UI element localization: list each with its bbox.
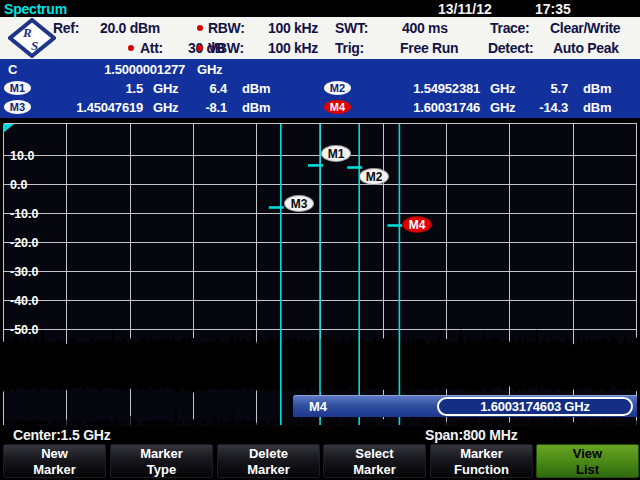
softkey-select-marker[interactable]: SelectMarker	[323, 444, 426, 478]
min-peak-tick	[529, 422, 531, 425]
softkey-bar: NewMarker MarkerType DeleteMarker Select…	[0, 443, 640, 480]
min-peak-tick	[291, 420, 293, 426]
min-peak-tick	[391, 423, 393, 425]
min-peak-tick	[103, 421, 105, 425]
m1-freq-unit: GHz	[153, 81, 178, 96]
min-peak-tick	[465, 423, 467, 425]
min-peak-tick	[131, 419, 133, 425]
min-peak-tick	[273, 419, 275, 425]
min-peak-tick	[619, 423, 621, 425]
softkey-marker-type[interactable]: MarkerType	[110, 444, 213, 478]
min-peak-tick	[141, 423, 143, 425]
min-peak-tick	[603, 416, 605, 425]
m1-freq: 1.5	[36, 81, 143, 96]
trig-value: Free Run	[400, 40, 458, 56]
min-peak-tick	[159, 421, 161, 425]
min-peak-tick	[625, 422, 627, 425]
min-peak-tick	[93, 422, 95, 425]
min-peak-tick	[195, 420, 197, 425]
min-peak-tick	[227, 422, 229, 425]
softkey-delete-marker[interactable]: DeleteMarker	[217, 444, 320, 478]
min-peak-tick	[201, 421, 203, 425]
min-peak-tick	[577, 420, 579, 425]
plot-marker-badge-m1[interactable]: M1	[321, 145, 351, 162]
min-peak-tick	[239, 420, 241, 425]
m3-level: -8.1	[180, 100, 227, 115]
min-peak-tick	[151, 421, 153, 425]
red-dot-icon	[128, 45, 134, 51]
min-peak-tick	[97, 419, 99, 425]
min-peak-tick	[621, 422, 623, 425]
min-peak-tick	[299, 422, 301, 425]
m4-freq: 1.60031746	[372, 100, 480, 115]
min-peak-tick	[39, 420, 41, 425]
min-peak-tick	[559, 419, 561, 425]
min-peak-tick	[341, 422, 343, 425]
min-peak-tick	[179, 421, 181, 425]
min-peak-tick	[419, 421, 421, 425]
min-peak-tick	[169, 422, 171, 426]
min-peak-tick	[261, 421, 263, 425]
min-peak-tick	[91, 420, 93, 425]
min-peak-tick	[609, 420, 611, 425]
min-peak-tick	[255, 423, 257, 425]
min-peak-tick	[363, 419, 365, 425]
min-peak-tick	[119, 420, 121, 426]
trace-canvas: 10.00.0-10.0-20.0-30.0-40.0-50.0	[3, 123, 637, 426]
plot-marker-badge-m4[interactable]: M4	[402, 216, 432, 233]
min-peak-tick	[491, 423, 493, 425]
ref-value: 20.0 dBm	[100, 20, 160, 36]
min-peak-tick	[205, 421, 207, 425]
min-peak-tick	[355, 419, 357, 425]
min-peak-tick	[517, 421, 519, 425]
min-peak-tick	[209, 423, 211, 425]
min-peak-tick	[373, 421, 375, 425]
min-peak-tick	[181, 423, 183, 426]
time-label: 17:35	[535, 1, 571, 17]
min-peak-tick	[557, 423, 559, 425]
min-peak-tick	[75, 423, 77, 425]
min-peak-tick	[149, 421, 151, 425]
plot-marker-badge-m2[interactable]: M2	[359, 168, 389, 185]
min-peak-tick	[107, 420, 109, 425]
min-peak-tick	[51, 423, 53, 425]
min-peak-tick	[505, 420, 507, 425]
ref-level-triangle-icon	[3, 124, 14, 133]
min-peak-tick	[133, 421, 135, 425]
min-peak-tick	[101, 422, 103, 425]
softkey-view-list[interactable]: ViewList	[536, 444, 639, 478]
min-peak-tick	[349, 422, 351, 425]
min-peak-tick	[579, 421, 581, 425]
marker-frequency-field[interactable]: 1.6003174603 GHz	[437, 397, 633, 416]
min-peak-tick	[9, 422, 11, 426]
min-peak-tick	[473, 420, 475, 425]
min-peak-tick	[285, 420, 287, 425]
min-peak-tick	[405, 420, 407, 426]
marker-readout-panel: C 1.5000001277 GHz M1 1.5 GHz 6.4 dBm M2…	[0, 59, 640, 118]
m3-freq-unit: GHz	[153, 100, 178, 115]
y-axis-tick-label: -50.0	[10, 323, 39, 337]
min-peak-tick	[251, 420, 253, 425]
m2-level: 5.7	[520, 81, 568, 96]
m4-level: -14.3	[520, 100, 568, 115]
min-peak-tick	[343, 422, 345, 425]
min-peak-tick	[375, 423, 377, 425]
plot-marker-badge-m3[interactable]: M3	[284, 195, 314, 212]
softkey-new-marker[interactable]: NewMarker	[3, 444, 106, 478]
min-peak-tick	[521, 422, 523, 425]
min-peak-tick	[525, 420, 527, 425]
min-peak-tick	[153, 420, 155, 425]
min-peak-tick	[53, 421, 55, 425]
min-peak-tick	[633, 421, 635, 425]
min-peak-tick	[143, 420, 145, 425]
min-peak-tick	[597, 421, 599, 425]
softkey-marker-function[interactable]: MarkerFunction	[430, 444, 533, 478]
date-label: 13/11/12	[438, 1, 492, 17]
min-peak-tick	[425, 420, 427, 425]
min-peak-tick	[45, 421, 47, 425]
min-peak-tick	[21, 422, 23, 425]
min-peak-tick	[531, 420, 533, 425]
min-peak-tick	[305, 420, 307, 425]
min-peak-tick	[607, 422, 609, 425]
min-peak-tick	[605, 423, 607, 426]
